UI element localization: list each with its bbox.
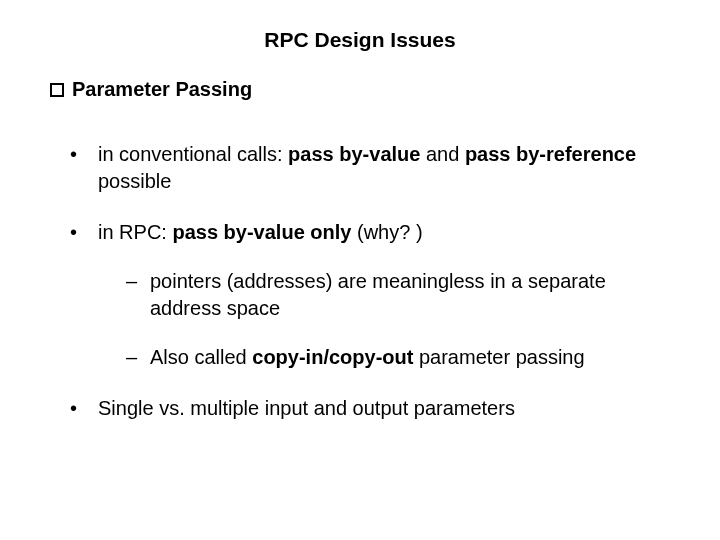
list-item: in conventional calls: pass by-value and…: [70, 141, 680, 195]
text-run: Also called: [150, 346, 252, 368]
list-item: in RPC: pass by-value only (why? ) point…: [70, 219, 680, 371]
list-item: Single vs. multiple input and output par…: [70, 395, 680, 422]
text-run-bold: pass by-value: [288, 143, 420, 165]
text-run: in conventional calls:: [98, 143, 288, 165]
text-run: parameter passing: [413, 346, 584, 368]
text-run: and: [420, 143, 464, 165]
list-item: pointers (addresses) are meaningless in …: [126, 268, 680, 322]
section-heading-text: Parameter Passing: [72, 78, 252, 101]
text-run: Single vs. multiple input and output par…: [98, 397, 515, 419]
text-run: (why? ): [351, 221, 422, 243]
slide-title: RPC Design Issues: [40, 28, 680, 52]
text-run-bold: copy-in/copy-out: [252, 346, 413, 368]
checkbox-bullet-icon: [50, 83, 64, 97]
text-run: pointers (addresses) are meaningless in …: [150, 270, 606, 319]
text-run: possible: [98, 170, 171, 192]
bullet-list: in conventional calls: pass by-value and…: [40, 141, 680, 422]
text-run-bold: pass by-reference: [465, 143, 636, 165]
text-run: in RPC:: [98, 221, 172, 243]
section-heading: Parameter Passing: [40, 78, 680, 101]
text-run-bold: pass by-value only: [172, 221, 351, 243]
sub-bullet-list: pointers (addresses) are meaningless in …: [98, 268, 680, 371]
list-item: Also called copy-in/copy-out parameter p…: [126, 344, 680, 371]
